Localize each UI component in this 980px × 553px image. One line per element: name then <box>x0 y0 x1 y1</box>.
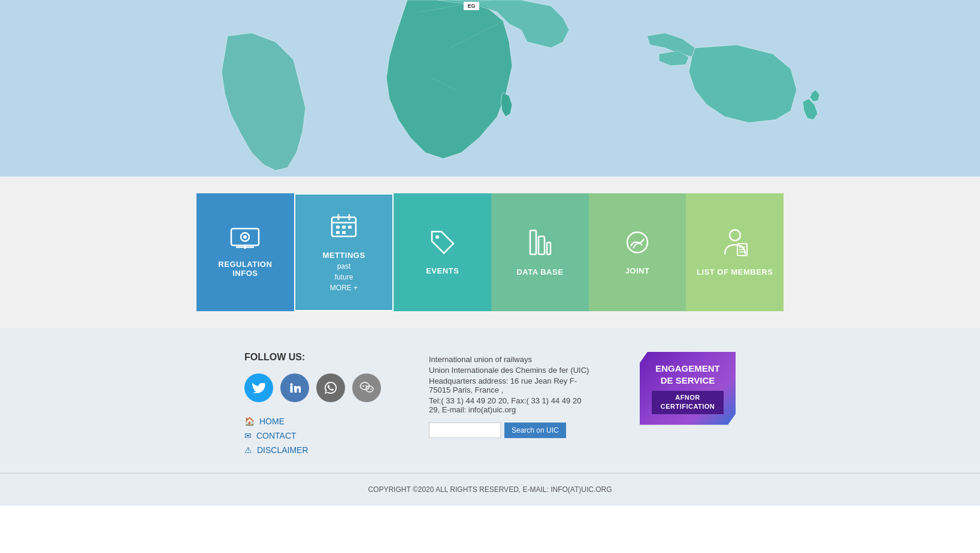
card-mettings[interactable]: METTINGS past future MORE + <box>294 193 394 311</box>
footer-center: International union of railways Union In… <box>429 352 592 438</box>
whatsapp-button[interactable] <box>316 373 345 402</box>
footer-left: FOLLOW US: <box>244 352 381 455</box>
copyright-text: COPYRIGHT ©2020 ALL RIGHTS RESERVED, E-M… <box>368 485 612 494</box>
org-name: International union of railways <box>429 355 592 364</box>
card-mettings-title: METTINGS <box>322 251 365 260</box>
card-events[interactable]: EVENTS <box>394 193 491 311</box>
triangle-icon: ⚠ <box>244 445 252 455</box>
badge-subtitle: AFNOR CERTIFICATION <box>652 391 724 414</box>
footer-right: ENGAGEMENTDE SERVICE AFNOR CERTIFICATION <box>640 352 736 425</box>
org-address: Headquarters address: 16 rue Jean Rey F-… <box>429 376 592 394</box>
footer-inner: FOLLOW US: <box>161 352 819 455</box>
card-database-title: DATA BASE <box>516 268 563 276</box>
svg-rect-15 <box>342 226 346 229</box>
search-row: Search on UIC <box>429 423 592 438</box>
svg-rect-16 <box>348 226 352 229</box>
certification-badge: ENGAGEMENTDE SERVICE AFNOR CERTIFICATION <box>640 352 736 425</box>
footer-links: 🏠 HOME ✉ CONTACT ⚠ DISCLAIMER <box>244 417 381 455</box>
card-mettings-more: MORE + <box>330 284 358 292</box>
linkedin-button[interactable] <box>280 373 309 402</box>
cards-container: REGULATION INFOS METTINGS past futu <box>196 193 784 311</box>
svg-point-7 <box>243 235 247 239</box>
search-input[interactable] <box>429 423 501 438</box>
copyright-bar: COPYRIGHT ©2020 ALL RIGHTS RESERVED, E-M… <box>0 473 980 506</box>
svg-point-24 <box>730 230 740 241</box>
card-mettings-future: future <box>335 273 353 281</box>
svg-rect-21 <box>539 236 545 254</box>
envelope-icon: ✉ <box>244 431 252 440</box>
home-link[interactable]: 🏠 HOME <box>244 417 381 426</box>
world-map-section: EG <box>0 0 980 177</box>
disclaimer-link-label: DISCLAIMER <box>257 445 308 455</box>
card-events-title: EVENTS <box>426 266 459 275</box>
social-icons <box>244 373 381 402</box>
card-joint-title: JOINT <box>625 266 650 275</box>
badge-title: ENGAGEMENTDE SERVICE <box>652 363 724 386</box>
calendar-icon <box>330 212 358 244</box>
org-full: Union Internationale des Chemins de fer … <box>429 366 592 375</box>
svg-point-34 <box>371 388 372 390</box>
twitter-button[interactable] <box>244 373 273 402</box>
nav-cards-section: REGULATION INFOS METTINGS past futu <box>0 177 980 328</box>
eye-icon <box>230 227 260 253</box>
svg-rect-17 <box>336 231 340 234</box>
database-icon <box>527 228 553 260</box>
footer: FOLLOW US: <box>0 328 980 506</box>
contact-link[interactable]: ✉ CONTACT <box>244 431 381 440</box>
card-regulation-infos-title: REGULATION INFOS <box>205 260 285 278</box>
svg-rect-20 <box>530 230 536 254</box>
home-icon: 🏠 <box>244 417 255 426</box>
disclaimer-link[interactable]: ⚠ DISCLAIMER <box>244 445 381 455</box>
handshake-icon <box>622 229 652 259</box>
home-link-label: HOME <box>259 417 285 426</box>
org-contact: Tel:( 33 1) 44 49 20 20, Fax:( 33 1) 44 … <box>429 396 592 414</box>
tag-icon <box>429 229 456 259</box>
card-mettings-past: past <box>337 262 351 271</box>
svg-point-31 <box>362 385 364 387</box>
follow-label: FOLLOW US: <box>244 352 381 363</box>
svg-point-33 <box>368 388 369 390</box>
svg-point-19 <box>435 235 439 239</box>
eg-label: EG <box>467 3 475 9</box>
svg-rect-22 <box>547 242 551 254</box>
member-icon <box>722 228 748 260</box>
card-list-of-members[interactable]: LIST OF MEMBERS <box>686 193 784 311</box>
card-joint[interactable]: JOINT <box>589 193 686 311</box>
card-regulation-infos[interactable]: REGULATION INFOS <box>196 193 294 311</box>
card-list-of-members-title: LIST OF MEMBERS <box>697 268 773 276</box>
svg-rect-14 <box>336 226 340 229</box>
search-button[interactable]: Search on UIC <box>504 423 566 438</box>
svg-point-32 <box>365 385 367 387</box>
contact-link-label: CONTACT <box>256 431 297 440</box>
card-database[interactable]: DATA BASE <box>491 193 589 311</box>
wechat-button[interactable] <box>352 373 381 402</box>
svg-rect-18 <box>342 231 346 234</box>
